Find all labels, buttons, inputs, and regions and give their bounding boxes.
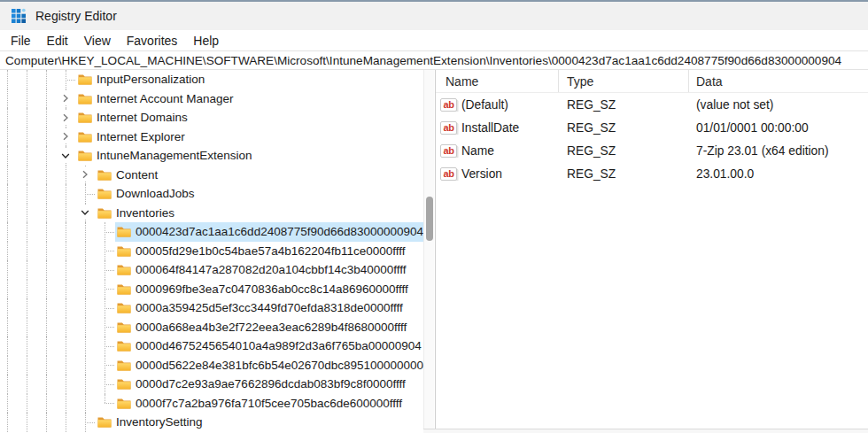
- tree-item-label: IntuneManagementExtension: [97, 146, 252, 166]
- tree-item-0000d7c2e93a9ae7662896dcdab083bf9c8f0000ffff[interactable]: 0000d7c2e93a9ae7662896dcdab083bf9c8f0000…: [0, 375, 423, 394]
- expand-chevron-icon[interactable]: [58, 111, 73, 125]
- tree-item-content[interactable]: 000064f84147a287082d20a104cbbf14c3b40000…: [115, 260, 410, 280]
- tree-item-0000d4675245654010a4a989f2d3a6f765ba00000904[interactable]: 0000d4675245654010a4a989f2d3a6f765ba0000…: [0, 336, 423, 356]
- tree-item-0000a359425d5ef3cc3449fd70efda8318de0000ffff[interactable]: 0000a359425d5ef3cc3449fd70efda8318de0000…: [0, 298, 423, 318]
- tree-item-content[interactable]: IntuneManagementExtension: [76, 146, 256, 166]
- tree-item-content[interactable]: InputPersonalization: [76, 70, 208, 89]
- tree-item-content[interactable]: Internet Account Manager: [76, 89, 237, 109]
- tree-item-000064f84147a287082d20a104cbbf14c3b40000ffff[interactable]: 000064f84147a287082d20a104cbbf14c3b40000…: [0, 260, 423, 280]
- column-header-name[interactable]: Name: [436, 70, 559, 92]
- tree-item-selected-content[interactable]: 0000423d7ac1aa1c6dd2408775f90d66d8300000…: [115, 222, 423, 242]
- tree-item-content[interactable]: DownloadJobs: [96, 184, 198, 204]
- menu-favorites[interactable]: Favorites: [119, 30, 186, 50]
- tree-item-content[interactable]: 0000a359425d5ef3cc3449fd70efda8318de0000…: [115, 298, 407, 318]
- folder-icon: [117, 226, 131, 237]
- registry-value-row-default[interactable]: ab(Default)REG_SZ(value not set): [436, 93, 868, 116]
- tree-guide-line: [27, 375, 27, 394]
- scrollbar-thumb[interactable]: [426, 197, 433, 241]
- folder-icon: [97, 207, 112, 219]
- tree-item-0000423d7ac1aa1c6dd2408775f90d66d83000000904[interactable]: 0000423d7ac1aa1c6dd2408775f90d66d8300000…: [0, 222, 423, 242]
- tree-item-content[interactable]: 0000d5622e84e381bfc6b54e02670dbc89510000…: [115, 356, 423, 375]
- tree-item-0000a668ea4b3e2f722eea3eac6289b4f8680000ffff[interactable]: 0000a668ea4b3e2f722eea3eac6289b4f8680000…: [0, 318, 423, 337]
- value-name: InstallDate: [461, 121, 519, 135]
- string-value-icon: ab: [440, 167, 457, 181]
- tree-guide-line: [27, 146, 27, 166]
- string-value-icon: ab: [440, 98, 457, 112]
- value-name: Name: [461, 144, 494, 158]
- tree-guide-line: [66, 242, 66, 261]
- title-bar: Registry Editor: [0, 2, 868, 30]
- column-header-data[interactable]: Data: [689, 70, 868, 92]
- registry-editor-icon: [11, 8, 27, 24]
- tree-item-content[interactable]: Inventories: [96, 204, 178, 223]
- main-area: InputPersonalizationInternet Account Man…: [0, 70, 868, 433]
- expand-chevron-icon[interactable]: [58, 129, 73, 143]
- tree-item-content[interactable]: InventorySetting: [96, 413, 206, 432]
- column-header-type[interactable]: Type: [559, 70, 689, 92]
- tree-item-internet-explorer[interactable]: Internet Explorer: [0, 128, 423, 147]
- tree-item-inventorysetting[interactable]: InventorySetting: [0, 413, 423, 432]
- folder-icon: [117, 264, 131, 275]
- tree-item-content[interactable]: 0000d7c2e93a9ae7662896dcdab083bf9c8f0000…: [115, 375, 409, 394]
- registry-value-row-version[interactable]: abVersionREG_SZ23.01.00.0: [436, 162, 868, 185]
- tree-guide-line: [85, 298, 86, 318]
- tree-guide-line: [46, 375, 47, 394]
- tree-item-0000d5622e84e381bfc6b54e02670dbc895100000000[interactable]: 0000d5622e84e381bfc6b54e02670dbc89510000…: [0, 356, 423, 375]
- tree-item-downloadjobs[interactable]: DownloadJobs: [0, 184, 423, 204]
- collapse-chevron-icon[interactable]: [78, 205, 92, 220]
- tree-item-inventories[interactable]: Inventories: [0, 204, 423, 223]
- tree-guide-line: [85, 394, 86, 414]
- menu-help[interactable]: Help: [185, 30, 227, 50]
- registry-value-row-installdate[interactable]: abInstallDateREG_SZ01/01/0001 00:00:00: [436, 116, 868, 139]
- tree-scrollbar[interactable]: [423, 70, 434, 433]
- menu-view[interactable]: View: [76, 30, 119, 50]
- tree-item-inputpersonalization[interactable]: InputPersonalization: [0, 70, 423, 89]
- tree-item-content[interactable]: 0000a668ea4b3e2f722eea3eac6289b4f8680000…: [115, 318, 410, 337]
- menu-edit[interactable]: Edit: [39, 30, 76, 50]
- tree-guide-line: [27, 222, 27, 242]
- registry-value-row-name[interactable]: abNameREG_SZ7-Zip 23.01 (x64 edition): [436, 139, 868, 162]
- tree-guide-line: [27, 242, 27, 261]
- tree-item-0000969fbe3ea7c0470836ab0cc8c14a86960000ffff[interactable]: 0000969fbe3ea7c0470836ab0cc8c14a86960000…: [0, 280, 423, 299]
- tree-item-content[interactable]: Internet Domains: [76, 108, 191, 128]
- tree-guide-line: [7, 260, 8, 280]
- tree-guide-line: [66, 336, 66, 356]
- expand-chevron-icon[interactable]: [78, 167, 92, 182]
- expand-chevron-icon[interactable]: [58, 91, 73, 105]
- values-column-headers: NameTypeData: [436, 70, 868, 93]
- tree-item-00005fd29e1b0c54bae57a4b162204fb11ce0000ffff[interactable]: 00005fd29e1b0c54bae57a4b162204fb11ce0000…: [0, 242, 423, 261]
- tree-item-label: Internet Explorer: [97, 128, 185, 147]
- tree-item-internet-domains[interactable]: Internet Domains: [0, 108, 423, 128]
- value-type: REG_SZ: [559, 121, 689, 135]
- tree-item-content[interactable]: Content: [0, 166, 423, 185]
- tree-item-content[interactable]: 0000969fbe3ea7c0470836ab0cc8c14a86960000…: [115, 280, 412, 299]
- tree-item-intunemanagementextension[interactable]: IntuneManagementExtension: [0, 146, 423, 166]
- value-type: REG_SZ: [559, 98, 689, 112]
- tree-item-content[interactable]: 0000d4675245654010a4a989f2d3a6f765ba0000…: [115, 336, 423, 356]
- tree-guide-line: [27, 336, 27, 356]
- tree-guide-line: [7, 280, 8, 299]
- tree-guide-line: [27, 108, 27, 128]
- bottom-scroll-strip[interactable]: [423, 429, 868, 433]
- tree-item-label: 0000f7c7a2ba976fa710f5cee705bac6de600000…: [136, 394, 402, 414]
- tree-guide-line: [27, 413, 27, 432]
- collapse-chevron-icon[interactable]: [58, 149, 73, 163]
- folder-icon: [97, 188, 112, 199]
- address-input[interactable]: [0, 51, 868, 69]
- tree-item-content[interactable]: 00005fd29e1b0c54bae57a4b162204fb11ce0000…: [115, 242, 409, 261]
- tree-item-label: 0000a359425d5ef3cc3449fd70efda8318de0000…: [136, 298, 403, 318]
- tree-guide-line: [85, 318, 86, 337]
- tree-item-content[interactable]: Content: [96, 166, 161, 185]
- tree-guide-line: [46, 413, 47, 432]
- values-rows: ab(Default)REG_SZ(value not set)abInstal…: [436, 93, 868, 185]
- tree-item-label: 0000d5622e84e381bfc6b54e02670dbc89510000…: [136, 356, 423, 375]
- tree-guide-line: [7, 146, 8, 166]
- tree-item-internet-account-manager[interactable]: Internet Account Manager: [0, 89, 423, 109]
- tree-item-0000f7c7a2ba976fa710f5cee705bac6de600000ffff[interactable]: 0000f7c7a2ba976fa710f5cee705bac6de600000…: [0, 394, 423, 414]
- tree-guide-line: [85, 336, 86, 356]
- tree-item-content[interactable]: 0000f7c7a2ba976fa710f5cee705bac6de600000…: [115, 394, 406, 414]
- tree-guide-line: [27, 204, 27, 223]
- menu-file[interactable]: File: [3, 30, 39, 50]
- tree-guide-line: [66, 356, 66, 375]
- tree-item-content[interactable]: Internet Explorer: [76, 128, 189, 147]
